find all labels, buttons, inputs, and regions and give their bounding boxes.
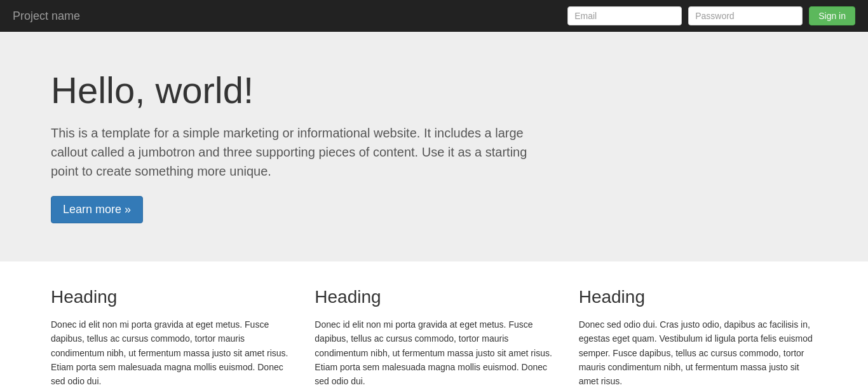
- password-input-wrapper: [688, 6, 803, 25]
- navbar-right: Sign in: [567, 6, 855, 25]
- column-0-heading: Heading: [51, 287, 289, 307]
- learn-more-button[interactable]: Learn more »: [51, 196, 143, 223]
- column-0-body: Donec id elit non mi porta gravida at eg…: [51, 317, 289, 389]
- column-2: HeadingDonec sed odio dui. Cras justo od…: [579, 287, 817, 390]
- navbar-brand: Project name: [13, 10, 80, 23]
- column-2-heading: Heading: [579, 287, 817, 307]
- password-input[interactable]: [688, 6, 803, 25]
- column-1: HeadingDonec id elit non mi porta gravid…: [315, 287, 553, 390]
- column-2-body: Donec sed odio dui. Cras justo odio, dap…: [579, 317, 817, 389]
- jumbotron: Hello, world! This is a template for a s…: [0, 32, 868, 261]
- content-section: HeadingDonec id elit non mi porta gravid…: [0, 261, 868, 390]
- signin-button[interactable]: Sign in: [809, 6, 855, 25]
- columns-container: HeadingDonec id elit non mi porta gravid…: [51, 287, 817, 390]
- column-1-heading: Heading: [315, 287, 553, 307]
- email-input-wrapper: [567, 6, 682, 25]
- navbar: Project name Sign in: [0, 0, 868, 32]
- email-input[interactable]: [567, 6, 682, 25]
- jumbotron-heading: Hello, world!: [51, 70, 817, 111]
- column-0: HeadingDonec id elit non mi porta gravid…: [51, 287, 289, 390]
- column-1-body: Donec id elit non mi porta gravida at eg…: [315, 317, 553, 389]
- jumbotron-description: This is a template for a simple marketin…: [51, 123, 534, 181]
